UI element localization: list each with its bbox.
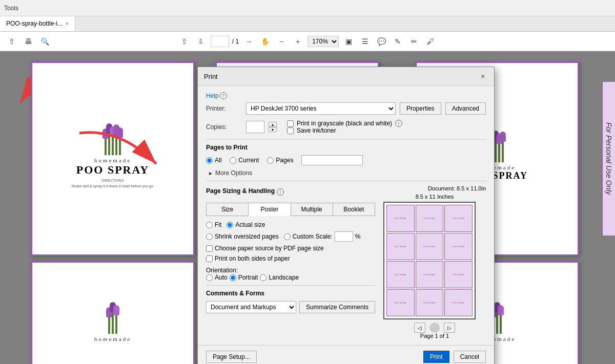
radio-landscape[interactable]: [260, 274, 266, 281]
cursor-tool-icon[interactable]: →: [242, 35, 255, 48]
grayscale-info-icon: i: [395, 120, 402, 127]
print-both-sides-row: Print on both sides of paper: [206, 255, 375, 262]
radio-fit[interactable]: [206, 222, 213, 228]
print-both-sides-checkbox[interactable]: [206, 255, 213, 262]
fit-page-icon[interactable]: ▣: [342, 35, 355, 48]
advanced-button[interactable]: Advanced: [445, 102, 486, 115]
zoom-select[interactable]: 170%: [308, 36, 339, 47]
label-homemade-text: homemade: [94, 157, 131, 163]
tab-size[interactable]: Size: [206, 203, 248, 216]
properties-button[interactable]: Properties: [400, 102, 441, 115]
printer-select[interactable]: HP DeskJet 3700 series: [246, 102, 396, 115]
grayscale-label: Print in grayscale (black and white): [297, 120, 392, 127]
help-icon: ?: [220, 92, 227, 99]
dialog-close-button[interactable]: ×: [478, 71, 488, 81]
help-link[interactable]: Help ?: [206, 92, 486, 99]
page-setup-button[interactable]: Page Setup...: [206, 351, 257, 363]
radio-custom-label: Custom Scale: 100 %: [284, 231, 361, 242]
more-options[interactable]: ► More Options: [206, 169, 486, 177]
choose-paper-checkbox[interactable]: [206, 245, 213, 252]
tab-poster[interactable]: Poster: [248, 203, 290, 216]
pen-icon[interactable]: ✎: [391, 35, 404, 48]
zoom-in-icon[interactable]: +: [291, 35, 304, 48]
preview-next-button[interactable]: ▷: [444, 323, 455, 333]
label-directions-title: DIRECTIONS: [101, 179, 124, 182]
save-ink-row: Save ink/toner: [287, 127, 402, 134]
preview-cell-12: POO SPRAY: [444, 289, 473, 316]
save-ink-label: Save ink/toner: [297, 127, 336, 134]
highlight-icon[interactable]: ✏: [407, 35, 421, 48]
print-icon[interactable]: 🖶: [22, 35, 35, 48]
radio-auto[interactable]: [206, 274, 213, 281]
radio-all-label: All: [206, 157, 221, 164]
pages-range-input[interactable]: [301, 155, 363, 165]
preview-cell-11: POO SPRAY: [416, 289, 444, 316]
zoom-out-icon[interactable]: −: [275, 35, 288, 48]
preview-cell-10: POO SPRAY: [386, 289, 415, 316]
search-icon[interactable]: 🔍: [38, 35, 51, 48]
radio-portrait-label: Portrait: [230, 274, 258, 281]
comment-icon[interactable]: 💬: [375, 35, 388, 48]
radio-actual[interactable]: [227, 222, 233, 228]
cancel-button[interactable]: Cancel: [454, 351, 486, 363]
tab-close-icon[interactable]: ×: [66, 21, 69, 27]
page-separator: / 1: [232, 38, 239, 45]
shrink-row: Shrink oversized pages Custom Scale: 100…: [206, 231, 375, 242]
fit-row: Fit Actual size: [206, 221, 375, 228]
dialog-footer: Page Setup... Print Cancel: [198, 345, 494, 364]
copies-up[interactable]: ▲: [269, 122, 277, 127]
upload-icon[interactable]: ⇧: [5, 35, 18, 48]
copies-input[interactable]: 1: [246, 121, 264, 133]
printer-row: Printer: HP DeskJet 3700 series Properti…: [206, 102, 486, 115]
radio-shrink[interactable]: [206, 233, 213, 240]
radio-current-label: Current: [230, 157, 259, 164]
lavender-image-4: [108, 308, 117, 334]
orientation-row: Auto Portrait Landscape: [206, 274, 375, 281]
active-tab[interactable]: POO-spray-bottle-i... ×: [0, 16, 75, 31]
radio-custom[interactable]: [284, 233, 291, 240]
radio-pages[interactable]: [267, 157, 274, 164]
radio-portrait[interactable]: [230, 274, 236, 281]
radio-current[interactable]: [230, 157, 236, 164]
preview-box: POO SPRAY POO SPRAY POO SPRAY POO SPRAY: [383, 202, 476, 319]
sizing-section: Page Sizing & Handling i Size Poster Mul…: [206, 185, 486, 339]
tab-bar: POO-spray-bottle-i... ×: [0, 16, 615, 32]
tab-booklet[interactable]: Booklet: [333, 203, 375, 216]
preview-cell-5: POO SPRAY: [416, 233, 444, 260]
label-directions-text: Shake well & spray 4-5 times in toilet b…: [71, 184, 154, 188]
orientation-section: Orientation: Auto Portrait: [206, 266, 375, 281]
paper-size-label: 8.5 x 11 Inches: [383, 194, 486, 200]
comments-select[interactable]: Document and Markups: [206, 301, 296, 313]
preview-prev-button[interactable]: ◁: [414, 323, 425, 333]
comments-row: Document and Markups Summarize Comments: [206, 301, 375, 313]
next-page-icon[interactable]: ⇩: [194, 35, 208, 48]
dialog-action-buttons: Print Cancel: [423, 351, 486, 363]
copies-label: Copies:: [206, 123, 242, 131]
comments-forms-title: Comments & Forms: [206, 290, 375, 297]
custom-scale-input[interactable]: 100: [335, 231, 353, 242]
save-ink-checkbox[interactable]: [287, 127, 294, 134]
print-button[interactable]: Print: [423, 351, 449, 363]
stamp-icon[interactable]: 🖋: [424, 35, 437, 48]
radio-fit-label: Fit: [206, 221, 221, 228]
prev-page-icon[interactable]: ⇧: [178, 35, 191, 48]
toolbar-center: ⇧ ⇩ 1 / 1 → ✋ − + 170% ▣ ☰ 💬 ✎ ✏ 🖋: [178, 35, 437, 48]
tab-multiple[interactable]: Multiple: [291, 203, 333, 216]
radio-landscape-label: Landscape: [260, 274, 299, 281]
grayscale-checkbox[interactable]: [287, 120, 294, 127]
preview-cell-4: POO SPRAY: [386, 233, 415, 260]
tab-label: POO-spray-bottle-i...: [6, 20, 63, 27]
page-number-input[interactable]: 1: [211, 36, 229, 47]
summarize-button[interactable]: Summarize Comments: [299, 301, 375, 313]
pdf-page-top-left: homemade POO SPRAY DIRECTIONS Shake well…: [31, 61, 195, 256]
preview-cell-8: POO SPRAY: [416, 261, 444, 288]
tools-menu[interactable]: Tools: [4, 5, 18, 12]
scroll-mode-icon[interactable]: ☰: [358, 35, 372, 48]
pan-tool-icon[interactable]: ✋: [258, 35, 272, 48]
print-both-sides-label: Print on both sides of paper: [215, 255, 290, 262]
radio-all[interactable]: [206, 157, 213, 164]
copies-down[interactable]: ▼: [269, 127, 277, 132]
menu-bar: Tools: [0, 0, 615, 16]
choose-paper-row: Choose paper source by PDF page size: [206, 245, 375, 252]
orientation-label: Orientation:: [206, 267, 238, 274]
